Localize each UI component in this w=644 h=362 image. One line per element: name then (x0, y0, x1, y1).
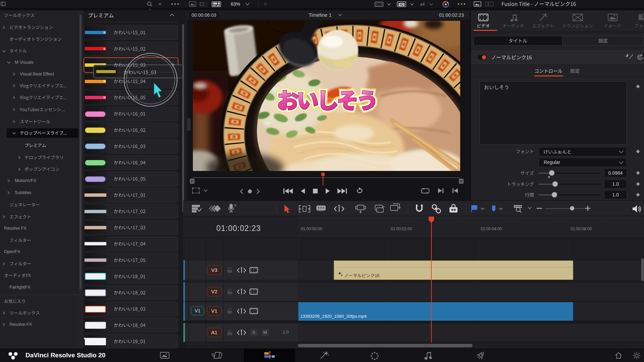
svg-text:HQ: HQ (399, 3, 403, 6)
